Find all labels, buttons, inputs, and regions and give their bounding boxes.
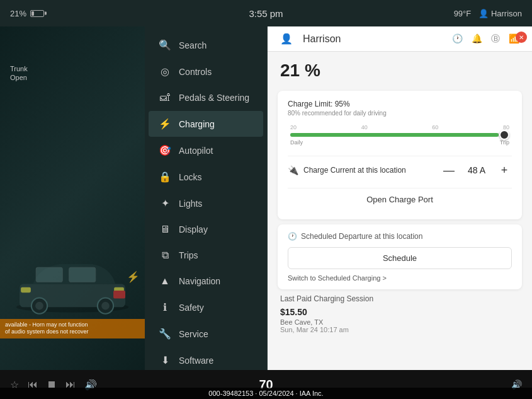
charge-card: Charge Limit: 95% 80% recommended for da… bbox=[278, 91, 522, 219]
svg-rect-2 bbox=[36, 267, 62, 282]
sidebar-label-charging: Charging bbox=[179, 119, 215, 129]
sidebar-item-autopilot[interactable]: 🎯 Autopilot bbox=[149, 137, 263, 163]
sidebar-item-search[interactable]: 🔍 Search bbox=[149, 32, 263, 58]
trips-icon: ⧉ bbox=[159, 250, 171, 261]
sidebar-item-display[interactable]: 🖥 Display bbox=[149, 217, 263, 242]
scheduled-departure-title: 🕐 Scheduled Departure at this location bbox=[288, 232, 512, 241]
slider-label-daily: Daily bbox=[290, 139, 303, 146]
content-header: 👤 Harrison 🕐 🔔 Ⓑ 📶 bbox=[268, 26, 532, 52]
svg-point-5 bbox=[35, 302, 43, 310]
sidebar-item-software[interactable]: ⬇ Software bbox=[149, 347, 263, 370]
sidebar-label-lights: Lights bbox=[179, 199, 202, 209]
tick-60: 60 bbox=[432, 124, 438, 130]
sidebar-label-search: Search bbox=[179, 40, 207, 50]
lights-icon: ✦ bbox=[159, 197, 171, 209]
display-icon: 🖥 bbox=[159, 224, 171, 235]
slider-thumb[interactable] bbox=[499, 130, 509, 140]
content-panel: ✕ 👤 Harrison 🕐 🔔 Ⓑ 📶 21 % Charge Limit: … bbox=[268, 26, 532, 370]
svg-rect-8 bbox=[21, 287, 31, 292]
left-panel: Trunk Open ⚡ bbox=[0, 26, 145, 370]
clock-icon: 🕐 bbox=[452, 33, 463, 45]
close-button[interactable]: ✕ bbox=[516, 32, 527, 43]
status-bar: 21% 3:55 pm 99°F 👤 Harrison bbox=[0, 0, 532, 26]
charge-recommended-text: 80% recommended for daily driving bbox=[288, 110, 512, 117]
controls-icon: ◎ bbox=[159, 66, 171, 78]
sidebar-item-lights[interactable]: ✦ Lights bbox=[149, 190, 263, 216]
svg-point-7 bbox=[101, 302, 110, 310]
notifications-icon: 🔔 bbox=[472, 33, 482, 45]
user-status: 👤 Harrison bbox=[478, 9, 522, 18]
navigation-icon: ▲ bbox=[159, 275, 171, 287]
sidebar-menu: 🔍 Search ◎ Controls 🛋 Pedals & Steering … bbox=[145, 26, 268, 370]
last-session-title: Last Paid Charging Session bbox=[280, 294, 519, 303]
sidebar-label-display: Display bbox=[179, 224, 208, 234]
charging-icon: ⚡ bbox=[159, 118, 171, 130]
battery-percent-text: 21% bbox=[10, 9, 26, 18]
tick-40: 40 bbox=[361, 124, 368, 130]
current-value-display: 48 A bbox=[464, 165, 489, 175]
slider-track[interactable] bbox=[290, 133, 509, 137]
sidebar-label-service: Service bbox=[179, 329, 208, 339]
last-session-section: Last Paid Charging Session $15.50 Bee Ca… bbox=[278, 294, 522, 333]
sidebar-label-controls: Controls bbox=[179, 67, 212, 77]
charge-limit-label: Charge Limit: 95% bbox=[288, 100, 512, 108]
auction-label: 000-39482153 · 05/24/2024 · IAA Inc. bbox=[0, 388, 532, 399]
temperature-display: 99°F bbox=[454, 9, 472, 18]
car-silhouette: ⚡ bbox=[6, 251, 139, 320]
charge-current-row: 🔌 Charge Current at this location — 48 A… bbox=[288, 156, 512, 184]
sidebar-label-safety: Safety bbox=[179, 303, 204, 313]
slider-fill bbox=[290, 133, 499, 137]
search-icon: 🔍 bbox=[159, 39, 171, 51]
sidebar-item-service[interactable]: 🔧 Service bbox=[149, 321, 263, 347]
software-icon: ⬇ bbox=[159, 354, 171, 366]
last-session-amount: $15.50 bbox=[280, 307, 519, 317]
slider-labels: Daily Trip bbox=[288, 137, 512, 146]
car-image: ⚡ bbox=[6, 251, 139, 317]
user-name-header: Harrison bbox=[303, 33, 341, 45]
sidebar-label-trips: Trips bbox=[179, 250, 198, 260]
charge-limit-slider-container: 20 40 60 80 Daily Trip bbox=[288, 124, 512, 146]
sidebar-item-safety[interactable]: ℹ Safety bbox=[149, 294, 263, 320]
status-time: 3:55 pm bbox=[249, 8, 283, 19]
sidebar-label-navigation: Navigation bbox=[179, 276, 220, 286]
charge-current-label: Charge Current at this location bbox=[303, 166, 436, 175]
locks-icon: 🔒 bbox=[159, 171, 171, 183]
svg-rect-10 bbox=[113, 291, 125, 299]
trunk-label: Trunk Open bbox=[10, 64, 28, 83]
sidebar-label-autopilot: Autopilot bbox=[179, 146, 213, 156]
last-session-date: Sun, Mar 24 10:17 am bbox=[280, 326, 519, 333]
battery-icon bbox=[30, 10, 44, 17]
safety-icon: ℹ bbox=[159, 301, 171, 313]
sidebar-item-navigation[interactable]: ▲ Navigation bbox=[149, 269, 263, 294]
sidebar-item-pedals[interactable]: 🛋 Pedals & Steering bbox=[149, 85, 263, 110]
main-area: Trunk Open ⚡ bbox=[0, 26, 532, 370]
svg-text:⚡: ⚡ bbox=[127, 270, 139, 284]
pedals-icon: 🛋 bbox=[159, 92, 171, 103]
battery-status: 21% bbox=[10, 9, 44, 18]
open-charge-port-button[interactable]: Open Charge Port bbox=[288, 188, 512, 211]
current-controls: — 48 A + bbox=[441, 163, 512, 178]
switch-to-scheduled-link[interactable]: Switch to Scheduled Charging > bbox=[288, 274, 512, 282]
svg-rect-3 bbox=[69, 267, 96, 282]
bluetooth-icon: Ⓑ bbox=[491, 33, 500, 45]
schedule-button[interactable]: Schedule bbox=[288, 247, 512, 269]
last-session-location: Bee Cave, TX bbox=[280, 318, 519, 326]
clock-small-icon: 🕐 bbox=[288, 232, 297, 241]
status-right: 99°F 👤 Harrison bbox=[454, 9, 522, 18]
sidebar-item-controls[interactable]: ◎ Controls bbox=[149, 59, 263, 84]
plug-icon: 🔌 bbox=[288, 165, 298, 175]
scheduled-departure-card: 🕐 Scheduled Departure at this location S… bbox=[278, 224, 522, 289]
sidebar-item-locks[interactable]: 🔒 Locks bbox=[149, 164, 263, 190]
sidebar-label-pedals: Pedals & Steering bbox=[179, 93, 249, 103]
warning-banner: available - Horn may not function of aud… bbox=[0, 319, 145, 338]
sidebar-label-software: Software bbox=[179, 356, 213, 366]
increase-current-button[interactable]: + bbox=[497, 163, 512, 178]
user-avatar-icon: 👤 bbox=[280, 33, 293, 45]
battery-percentage-display: 21 % bbox=[268, 52, 532, 86]
sidebar-item-trips[interactable]: ⧉ Trips bbox=[149, 243, 263, 268]
slider-ticks: 20 40 60 80 bbox=[288, 124, 512, 130]
tick-20: 20 bbox=[290, 124, 297, 130]
sidebar-label-locks: Locks bbox=[179, 172, 202, 182]
sidebar-item-charging[interactable]: ⚡ Charging bbox=[149, 111, 263, 137]
decrease-current-button[interactable]: — bbox=[441, 163, 456, 178]
